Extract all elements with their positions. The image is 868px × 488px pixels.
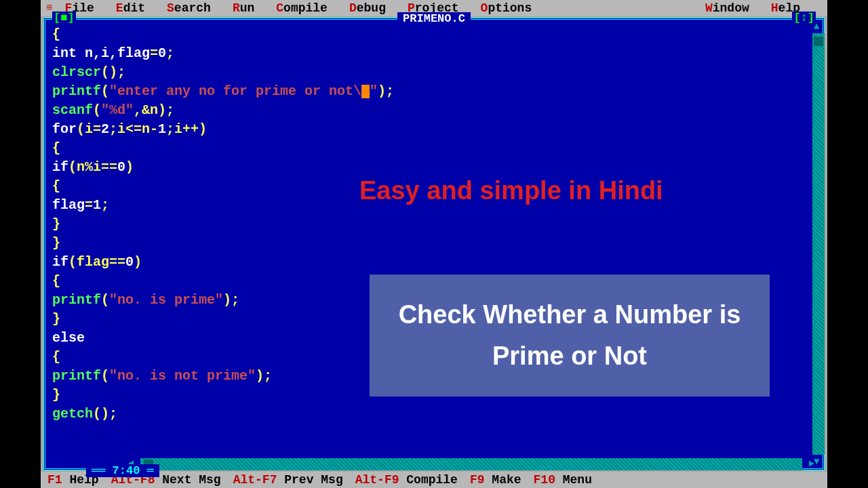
window-zoom-button[interactable]: [↕] — [792, 12, 816, 24]
overlay-caption: Easy and simple in Hindi — [359, 176, 663, 205]
horizontal-scrollbar[interactable] — [140, 458, 802, 470]
menu-dit[interactable]: Edit — [116, 1, 145, 15]
status-item[interactable]: Alt-F7 Prev Msg — [233, 473, 343, 487]
code-line[interactable]: { — [52, 139, 816, 158]
code-line[interactable]: for(i=2;i<=n-1;i++) — [52, 120, 816, 139]
editor-frame: [■] PRIMENO.C [↕] {int n,i,flag=0;clrscr… — [43, 18, 825, 470]
text-cursor — [361, 85, 370, 98]
menu-bar: ≡ FileEditSearchRunCompileDebugProjectOp… — [41, 0, 827, 16]
code-line[interactable]: } — [52, 234, 816, 253]
menu-indow[interactable]: Window — [705, 1, 749, 15]
code-line[interactable]: scanf("%d",&n); — [52, 101, 816, 120]
code-line[interactable]: { — [52, 25, 816, 44]
menu-ebug[interactable]: Debug — [349, 1, 386, 15]
window-close-button[interactable]: [■] — [52, 12, 76, 24]
cursor-position: ══ 7:40 ═ — [86, 464, 159, 477]
menu-earch[interactable]: Search — [167, 1, 211, 15]
overlay-box-line1: Check Whether a Number is — [399, 294, 741, 336]
menu-roject[interactable]: Project — [408, 1, 459, 15]
code-line[interactable]: printf("enter any no for prime or not\")… — [52, 82, 816, 101]
vertical-scrollbar[interactable] — [812, 33, 825, 455]
status-item[interactable]: F9 Make — [470, 473, 521, 487]
menu-ompile[interactable]: Compile — [276, 1, 328, 15]
status-item[interactable]: F10 Menu — [534, 473, 592, 487]
code-line[interactable]: if(flag==0) — [52, 253, 816, 272]
code-line[interactable]: int n,i,flag=0; — [52, 44, 816, 63]
status-item[interactable]: Alt-F9 Compile — [355, 473, 458, 487]
overlay-box-line2: Prime or Not — [492, 336, 647, 377]
ide-window: ≡ FileEditSearchRunCompileDebugProjectOp… — [41, 0, 827, 488]
code-line[interactable]: clrscr(); — [52, 63, 816, 82]
menu-ptions[interactable]: Options — [481, 1, 532, 15]
scroll-thumb-vertical[interactable] — [814, 37, 823, 46]
code-line[interactable]: getch(); — [52, 405, 816, 424]
code-line[interactable]: } — [52, 215, 816, 234]
menu-un[interactable]: Run — [233, 1, 254, 15]
overlay-box: Check Whether a Number is Prime or Not — [370, 274, 770, 396]
code-line[interactable]: if(n%i==0) — [52, 158, 816, 177]
